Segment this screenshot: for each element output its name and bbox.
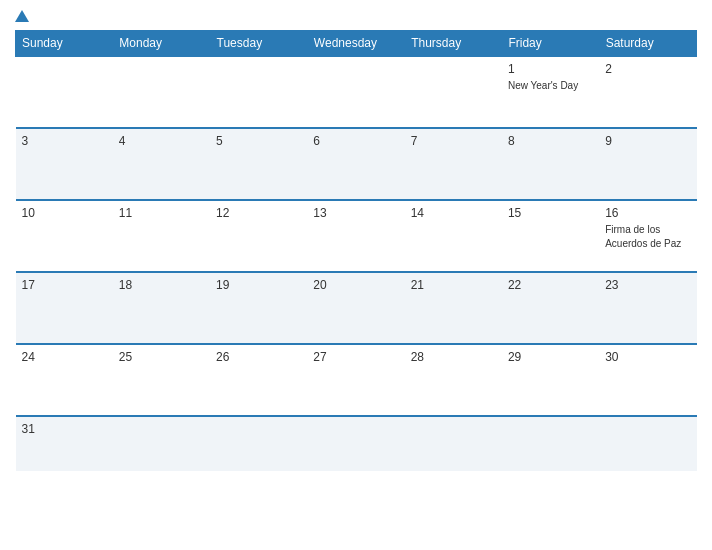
calendar-cell: 19	[210, 272, 307, 344]
calendar-cell: 21	[405, 272, 502, 344]
calendar-cell	[113, 56, 210, 128]
day-number: 28	[411, 350, 496, 364]
calendar-cell	[502, 416, 599, 471]
week-row-5: 24252627282930	[16, 344, 697, 416]
day-number: 5	[216, 134, 301, 148]
day-number: 29	[508, 350, 593, 364]
event-text: New Year's Day	[508, 80, 578, 91]
calendar-cell	[113, 416, 210, 471]
day-number: 26	[216, 350, 301, 364]
calendar-cell: 31	[16, 416, 113, 471]
calendar-cell: 17	[16, 272, 113, 344]
calendar-cell: 16Firma de los Acuerdos de Paz	[599, 200, 696, 272]
day-number: 12	[216, 206, 301, 220]
logo	[15, 10, 31, 22]
day-number: 14	[411, 206, 496, 220]
calendar-cell: 4	[113, 128, 210, 200]
calendar-cell: 3	[16, 128, 113, 200]
day-number: 13	[313, 206, 398, 220]
calendar-cell: 6	[307, 128, 404, 200]
day-number: 9	[605, 134, 690, 148]
calendar-cell: 8	[502, 128, 599, 200]
day-number: 20	[313, 278, 398, 292]
day-number: 17	[22, 278, 107, 292]
calendar-cell: 2	[599, 56, 696, 128]
weekday-header-saturday: Saturday	[599, 31, 696, 57]
calendar-cell: 24	[16, 344, 113, 416]
event-text: Firma de los Acuerdos de Paz	[605, 224, 681, 249]
day-number: 4	[119, 134, 204, 148]
calendar-cell	[405, 56, 502, 128]
weekday-header-row: SundayMondayTuesdayWednesdayThursdayFrid…	[16, 31, 697, 57]
calendar-cell: 29	[502, 344, 599, 416]
calendar-cell: 22	[502, 272, 599, 344]
day-number: 8	[508, 134, 593, 148]
calendar-cell: 12	[210, 200, 307, 272]
calendar-cell	[16, 56, 113, 128]
week-row-6: 31	[16, 416, 697, 471]
day-number: 3	[22, 134, 107, 148]
calendar-cell: 10	[16, 200, 113, 272]
weekday-header-thursday: Thursday	[405, 31, 502, 57]
calendar-container: SundayMondayTuesdayWednesdayThursdayFrid…	[0, 0, 712, 550]
day-number: 21	[411, 278, 496, 292]
calendar-cell: 13	[307, 200, 404, 272]
calendar-cell: 5	[210, 128, 307, 200]
calendar-cell	[405, 416, 502, 471]
calendar-cell: 25	[113, 344, 210, 416]
calendar-cell: 23	[599, 272, 696, 344]
calendar-cell: 27	[307, 344, 404, 416]
calendar-cell	[307, 416, 404, 471]
day-number: 18	[119, 278, 204, 292]
week-row-1: 1New Year's Day2	[16, 56, 697, 128]
calendar-cell: 30	[599, 344, 696, 416]
day-number: 6	[313, 134, 398, 148]
day-number: 31	[22, 422, 107, 436]
day-number: 16	[605, 206, 690, 220]
week-row-4: 17181920212223	[16, 272, 697, 344]
calendar-grid: SundayMondayTuesdayWednesdayThursdayFrid…	[15, 30, 697, 471]
weekday-header-monday: Monday	[113, 31, 210, 57]
day-number: 23	[605, 278, 690, 292]
weekday-header-wednesday: Wednesday	[307, 31, 404, 57]
day-number: 2	[605, 62, 690, 76]
calendar-cell: 7	[405, 128, 502, 200]
calendar-cell: 11	[113, 200, 210, 272]
day-number: 27	[313, 350, 398, 364]
calendar-cell: 20	[307, 272, 404, 344]
calendar-cell: 14	[405, 200, 502, 272]
calendar-cell: 1New Year's Day	[502, 56, 599, 128]
day-number: 30	[605, 350, 690, 364]
logo-blue-text	[15, 10, 31, 22]
day-number: 1	[508, 62, 593, 76]
logo-triangle-icon	[15, 10, 29, 22]
calendar-cell: 26	[210, 344, 307, 416]
calendar-cell	[210, 56, 307, 128]
day-number: 15	[508, 206, 593, 220]
day-number: 11	[119, 206, 204, 220]
calendar-header	[15, 10, 697, 24]
week-row-2: 3456789	[16, 128, 697, 200]
day-number: 19	[216, 278, 301, 292]
week-row-3: 10111213141516Firma de los Acuerdos de P…	[16, 200, 697, 272]
calendar-cell: 9	[599, 128, 696, 200]
calendar-cell: 28	[405, 344, 502, 416]
day-number: 25	[119, 350, 204, 364]
calendar-cell: 15	[502, 200, 599, 272]
weekday-header-sunday: Sunday	[16, 31, 113, 57]
day-number: 10	[22, 206, 107, 220]
calendar-cell	[210, 416, 307, 471]
calendar-cell	[307, 56, 404, 128]
calendar-cell	[599, 416, 696, 471]
day-number: 24	[22, 350, 107, 364]
weekday-header-tuesday: Tuesday	[210, 31, 307, 57]
day-number: 7	[411, 134, 496, 148]
weekday-header-friday: Friday	[502, 31, 599, 57]
calendar-cell: 18	[113, 272, 210, 344]
day-number: 22	[508, 278, 593, 292]
